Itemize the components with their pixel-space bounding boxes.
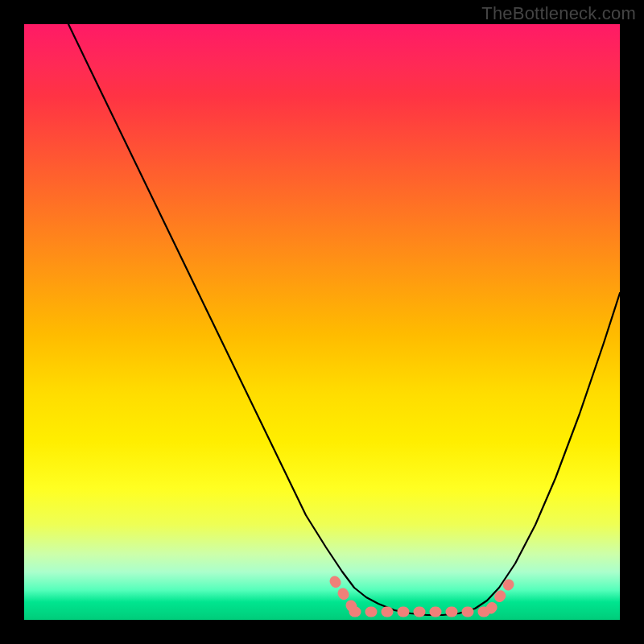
plot-area [24, 24, 620, 620]
bottleneck-curve [24, 24, 620, 620]
watermark-text: TheBottleneck.com [481, 3, 636, 24]
chart-frame: TheBottleneck.com [0, 0, 644, 644]
